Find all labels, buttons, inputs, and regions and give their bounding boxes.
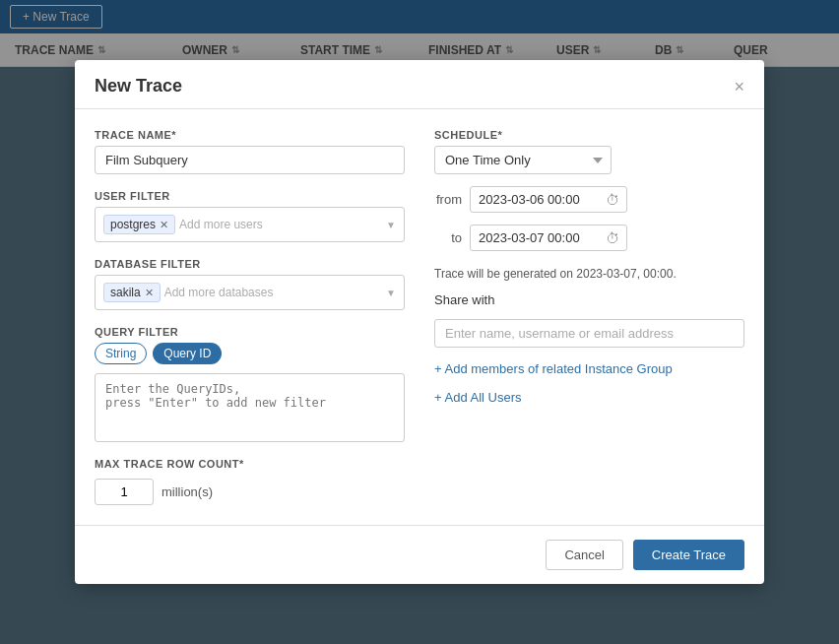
modal-right-column: SCHEDULE* One Time Only Daily Weekly Mon… [434,129,744,505]
max-trace-label: MAX TRACE ROW COUNT* [95,458,405,470]
database-filter-dropdown-icon[interactable]: ▼ [386,288,396,298]
query-tab-string[interactable]: String [95,343,147,364]
max-trace-group: MAX TRACE ROW COUNT* million(s) [95,458,405,505]
schedule-group: SCHEDULE* One Time Only Daily Weekly Mon… [434,129,744,174]
row-count-input[interactable] [95,479,154,505]
query-filter-textarea[interactable] [95,373,405,442]
from-date-row: from ⏱ [434,186,744,213]
schedule-select[interactable]: One Time Only Daily Weekly Monthly [434,146,612,174]
modal-title: New Trace [95,76,182,97]
database-filter-group: DATABASE FILTER sakila ✕ Add more databa… [95,258,405,310]
share-with-label: Share with [434,292,744,307]
add-all-users-link[interactable]: + Add All Users [434,390,744,405]
create-trace-button[interactable]: Create Trace [633,540,744,570]
row-count-group: million(s) [95,479,405,505]
database-tag-remove[interactable]: ✕ [145,288,154,298]
database-filter-placeholder: Add more databases [164,286,274,299]
user-filter-dropdown-icon[interactable]: ▼ [386,220,396,230]
from-date-input[interactable] [470,186,627,213]
database-filter-input-area[interactable]: sakila ✕ Add more databases ▼ [95,275,405,310]
database-filter-label: DATABASE FILTER [95,258,405,270]
query-tab-queryid[interactable]: Query ID [153,343,222,364]
user-tag-remove[interactable]: ✕ [160,220,168,230]
user-filter-placeholder: Add more users [179,218,382,231]
modal-header: New Trace × [75,60,764,109]
from-label: from [434,192,462,207]
add-members-link[interactable]: + Add members of related Instance Group [434,361,744,376]
from-date-icon[interactable]: ⏱ [606,192,619,208]
modal-body: TRACE NAME* USER FILTER postgres ✕ Add m… [75,109,764,525]
new-trace-modal: New Trace × TRACE NAME* USER FILTER post… [75,60,764,584]
database-tag-sakila: sakila ✕ [103,283,161,302]
query-filter-group: QUERY FILTER String Query ID [95,326,405,442]
cancel-button[interactable]: Cancel [546,540,622,570]
row-count-unit: million(s) [161,484,213,499]
user-filter-label: USER FILTER [95,190,405,202]
trace-name-group: TRACE NAME* [95,129,405,174]
to-date-row: to ⏱ [434,225,744,251]
schedule-label: SCHEDULE* [434,129,744,141]
trace-name-label: TRACE NAME* [95,129,405,141]
modal-footer: Cancel Create Trace [75,525,764,584]
modal-left-column: TRACE NAME* USER FILTER postgres ✕ Add m… [95,129,405,505]
to-date-input[interactable] [470,225,627,251]
to-date-wrap: ⏱ [470,225,627,251]
share-with-input[interactable] [434,319,744,348]
trace-info-text: Trace will be generated on 2023-03-07, 0… [434,267,744,281]
query-filter-tabs: String Query ID [95,343,405,364]
user-filter-input-area[interactable]: postgres ✕ Add more users ▼ [95,207,405,242]
to-date-icon[interactable]: ⏱ [606,230,619,246]
user-filter-group: USER FILTER postgres ✕ Add more users ▼ [95,190,405,242]
modal-overlay: New Trace × TRACE NAME* USER FILTER post… [0,0,839,644]
modal-close-button[interactable]: × [734,78,744,96]
query-filter-label: QUERY FILTER [95,326,405,338]
user-tag-postgres: postgres ✕ [103,215,175,234]
to-label: to [434,230,462,245]
from-date-wrap: ⏱ [470,186,627,213]
trace-name-input[interactable] [95,146,405,174]
